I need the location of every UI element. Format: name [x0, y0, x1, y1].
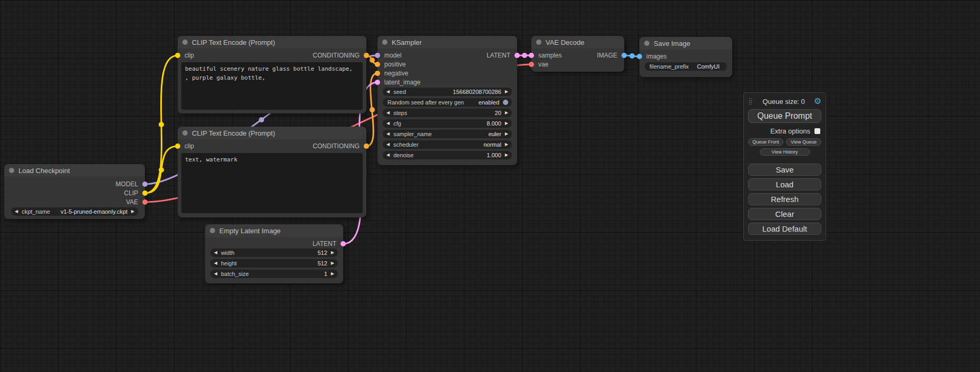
node-title-bar[interactable]: CLIP Text Encode (Prompt)	[178, 36, 366, 49]
input-port-images[interactable]	[637, 54, 642, 59]
node-save-image[interactable]: Save Image images filename_prefix ComfyU…	[639, 37, 732, 77]
increment-arrow[interactable]: ▶	[505, 111, 508, 115]
decrement-arrow[interactable]: ◀	[386, 121, 390, 126]
input-port-vae[interactable]	[529, 62, 534, 67]
output-port-vae[interactable]	[142, 199, 148, 205]
refresh-button[interactable]: Refresh	[748, 193, 821, 205]
denoise-widget[interactable]: ◀ denoise 1.000 ▶	[383, 151, 512, 159]
steps-widget[interactable]: ◀ steps 20 ▶	[383, 109, 512, 117]
node-title: CLIP Text Encode (Prompt)	[192, 129, 275, 137]
wire-clip-positive	[145, 55, 178, 193]
increment-arrow[interactable]: ▶	[331, 261, 334, 265]
output-port-conditioning[interactable]	[364, 53, 369, 58]
node-title-bar[interactable]: CLIP Text Encode (Prompt)	[178, 127, 366, 139]
toggle-dot[interactable]	[503, 100, 508, 105]
decrement-arrow[interactable]: ◀	[15, 209, 18, 214]
port-row: samples IMAGE	[531, 51, 624, 60]
prompt-textarea[interactable]: text, watermark	[181, 153, 363, 213]
view-history-button[interactable]: View History	[760, 148, 810, 156]
increment-arrow[interactable]: ▶	[505, 142, 508, 147]
widget-value: enabled	[479, 99, 499, 106]
node-graph-canvas[interactable]: Load Checkpoint MODEL CLIP VAE ◀ ckpt_na…	[0, 0, 980, 372]
widget-label: denoise	[393, 152, 414, 158]
increment-arrow[interactable]: ▶	[505, 132, 508, 136]
ckpt-name-widget[interactable]: ◀ ckpt_name v1-5-pruned-emaonly.ckpt ▶	[11, 207, 138, 216]
input-port-model[interactable]	[375, 53, 380, 58]
save-button[interactable]: Save	[748, 164, 821, 176]
scheduler-widget[interactable]: ◀ scheduler normal ▶	[383, 140, 512, 149]
increment-arrow[interactable]: ▶	[505, 90, 508, 94]
output-label-latent: LATENT	[313, 240, 336, 247]
increment-arrow[interactable]: ▶	[505, 153, 508, 157]
decrement-arrow[interactable]: ◀	[214, 272, 217, 276]
decrement-arrow[interactable]: ◀	[386, 132, 390, 136]
input-port-samples[interactable]	[529, 53, 534, 58]
increment-arrow[interactable]: ▶	[131, 209, 134, 214]
input-port-clip[interactable]	[175, 144, 180, 149]
node-vae-decode[interactable]: VAE Decode samples IMAGE vae	[531, 36, 624, 72]
decrement-arrow[interactable]: ◀	[386, 153, 390, 157]
node-clip-text-encode-negative[interactable]: CLIP Text Encode (Prompt) clip CONDITION…	[178, 127, 366, 217]
input-label-positive: positive	[384, 61, 406, 68]
queue-prompt-button[interactable]: Queue Prompt	[748, 109, 821, 123]
view-queue-button[interactable]: View Queue	[786, 138, 821, 146]
node-title-bar[interactable]: KSampler	[377, 36, 517, 49]
prompt-textarea[interactable]: beautiful scenery nature glass bottle la…	[181, 62, 363, 110]
node-title: KSampler	[392, 39, 422, 46]
output-port-latent[interactable]	[341, 241, 346, 246]
filename-prefix-widget[interactable]: filename_prefix ComfyUI	[645, 62, 727, 71]
decrement-arrow[interactable]: ◀	[386, 142, 390, 147]
node-title: CLIP Text Encode (Prompt)	[192, 39, 275, 46]
input-port-latent-image[interactable]	[375, 80, 380, 85]
output-label-vae: VAE	[126, 198, 138, 206]
input-port-negative[interactable]	[375, 71, 380, 76]
widget-value: 512	[317, 260, 327, 266]
batch-size-widget[interactable]: ◀ batch_size 1 ▶	[210, 270, 338, 278]
output-port-clip[interactable]	[142, 190, 148, 196]
decrement-arrow[interactable]: ◀	[386, 90, 390, 94]
output-port-latent[interactable]	[515, 53, 520, 58]
settings-gear-icon[interactable]: ⚙	[814, 97, 821, 106]
port-row: images	[639, 52, 732, 61]
input-port-positive[interactable]	[375, 62, 380, 67]
output-label-clip: CLIP	[124, 189, 138, 197]
input-label-vae: vae	[538, 61, 548, 68]
node-title-bar[interactable]: Load Checkpoint	[4, 164, 145, 177]
increment-arrow[interactable]: ▶	[331, 251, 334, 255]
load-button[interactable]: Load	[748, 178, 821, 190]
extra-options-label: Extra options	[770, 127, 810, 135]
extra-options-checkbox[interactable]	[814, 128, 820, 134]
output-port-conditioning[interactable]	[364, 144, 369, 149]
node-ksampler[interactable]: KSampler model LATENT positive negative …	[377, 36, 517, 165]
load-default-button[interactable]: Load Default	[748, 223, 821, 235]
output-port-image[interactable]	[622, 53, 627, 58]
port-row: latent_image	[377, 78, 517, 87]
cfg-widget[interactable]: ◀ cfg 8.000 ▶	[383, 119, 512, 128]
output-port-model[interactable]	[142, 182, 148, 187]
widget-label: batch_size	[221, 271, 249, 277]
increment-arrow[interactable]: ▶	[505, 121, 508, 126]
node-title-bar[interactable]: VAE Decode	[531, 36, 624, 49]
decrement-arrow[interactable]: ◀	[214, 251, 217, 255]
node-load-checkpoint[interactable]: Load Checkpoint MODEL CLIP VAE ◀ ckpt_na…	[4, 164, 145, 219]
sampler-name-widget[interactable]: ◀ sampler_name euler ▶	[383, 130, 512, 138]
widget-label: filename_prefix	[649, 63, 689, 70]
wire-midpoint-dot	[522, 53, 527, 58]
node-title-bar[interactable]: Empty Latent Image	[205, 224, 343, 237]
increment-arrow[interactable]: ▶	[331, 272, 334, 276]
clear-button[interactable]: Clear	[748, 208, 821, 220]
width-widget[interactable]: ◀ width 512 ▶	[210, 249, 338, 257]
height-widget[interactable]: ◀ height 512 ▶	[210, 259, 338, 268]
node-clip-text-encode-positive[interactable]: CLIP Text Encode (Prompt) clip CONDITION…	[178, 36, 366, 113]
seed-control-widget[interactable]: Random seed after every gen enabled	[383, 98, 512, 107]
output-label-conditioning: CONDITIONING	[313, 52, 360, 59]
decrement-arrow[interactable]: ◀	[214, 261, 217, 265]
widget-value: euler	[488, 131, 501, 137]
drag-handle-icon[interactable]: ⣿	[748, 98, 753, 105]
node-empty-latent-image[interactable]: Empty Latent Image LATENT ◀ width 512 ▶ …	[205, 224, 343, 283]
queue-front-button[interactable]: Queue Front	[748, 138, 783, 146]
decrement-arrow[interactable]: ◀	[386, 111, 390, 115]
input-port-clip[interactable]	[175, 53, 180, 58]
seed-widget[interactable]: ◀ seed 156680208700286 ▶	[383, 88, 512, 96]
node-title-bar[interactable]: Save Image	[639, 37, 732, 50]
